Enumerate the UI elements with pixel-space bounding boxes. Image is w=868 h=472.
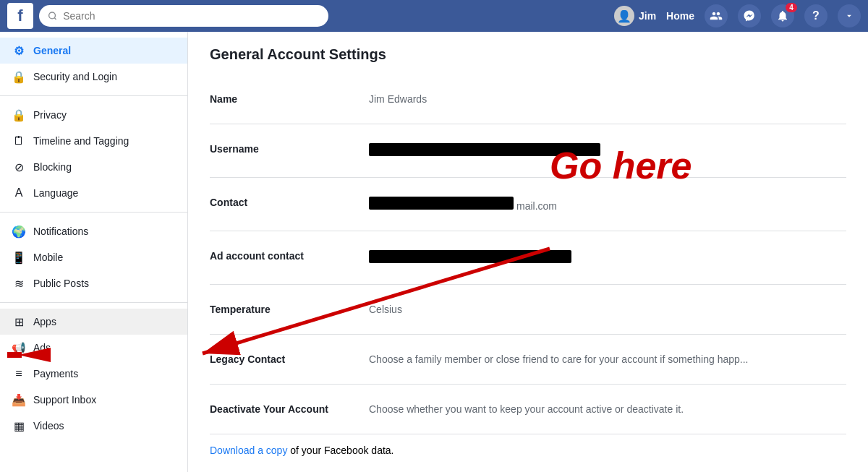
sidebar-item-timeline[interactable]: 🗒Timeline and Tagging [0, 128, 187, 154]
settings-row-label: Deactivate Your Account [210, 395, 369, 424]
settings-row-label: Name [210, 85, 369, 113]
sidebar-divider [0, 212, 187, 213]
sidebar-item-privacy[interactable]: 🔒Privacy [0, 102, 187, 128]
notifications-badge: 4 [786, 3, 797, 12]
settings-sidebar: ⚙General🔒Security and Login🔒Privacy🗒Time… [0, 32, 188, 472]
security-icon: 🔒 [12, 69, 26, 84]
sidebar-label-notifications: Notifications [33, 226, 88, 237]
settings-row: Deactivate Your AccountChoose whether yo… [210, 384, 846, 434]
sidebar-label-publicposts: Public Posts [33, 278, 89, 289]
download-section: Download a copy of your Facebook data. [210, 434, 846, 466]
sidebar-label-apps: Apps [33, 316, 56, 327]
question-icon: ? [812, 9, 820, 22]
ads-icon: 📢 [12, 340, 26, 355]
settings-row: TemperatureCelsius [210, 284, 846, 334]
settings-row-label: Temperature [210, 295, 369, 324]
sidebar-item-publicposts[interactable]: ≋Public Posts [0, 270, 187, 296]
sidebar-item-payments[interactable]: ≡Payments [0, 361, 187, 387]
sidebar-label-privacy: Privacy [33, 109, 67, 121]
search-bar[interactable] [39, 5, 328, 27]
sidebar-item-language[interactable]: ALanguage [0, 180, 187, 206]
settings-row-label: Ad account contact [210, 241, 369, 270]
friends-icon [710, 9, 723, 22]
sidebar-item-notifications[interactable]: 🌍Notifications [0, 218, 187, 244]
settings-row: Username [210, 124, 846, 177]
sidebar-divider [0, 95, 187, 96]
settings-row-label: Contact [210, 188, 369, 217]
settings-row: NameJim Edwards [210, 74, 846, 124]
redacted-bar [369, 250, 571, 263]
sidebar-item-apps[interactable]: ⊞Apps [0, 309, 187, 335]
download-copy-link[interactable]: Download a copy [210, 445, 287, 456]
settings-row-value [369, 134, 846, 167]
top-navigation: f 👤 Jim Home 4 ? [0, 0, 868, 32]
main-settings-panel: General Account Settings NameJim Edwards… [188, 32, 868, 472]
redacted-bar [369, 197, 514, 210]
sidebar-item-mobile[interactable]: 📱Mobile [0, 244, 187, 270]
sidebar-label-language: Language [33, 187, 78, 199]
contact-suffix: mail.com [516, 200, 557, 212]
sidebar-label-general: General [33, 45, 71, 56]
page-title: General Account Settings [210, 46, 846, 63]
nav-user-name: Jim [639, 10, 656, 22]
settings-row-label: Username [210, 134, 369, 163]
download-suffix: of your Facebook data. [287, 445, 393, 456]
general-icon: ⚙ [12, 43, 26, 58]
messenger-icon-btn[interactable] [738, 4, 761, 27]
messenger-icon [743, 9, 756, 22]
page-layout: ⚙General🔒Security and Login🔒Privacy🗒Time… [0, 32, 868, 472]
sidebar-label-mobile: Mobile [33, 252, 63, 263]
nav-right-actions: 👤 Jim Home 4 ? [614, 4, 861, 27]
blocking-icon: ⊘ [12, 160, 26, 174]
sidebar-item-blocking[interactable]: ⊘Blocking [0, 154, 187, 180]
sidebar-label-support: Support Inbox [33, 394, 96, 406]
settings-row-value: Jim Edwards [369, 85, 846, 113]
nav-user-profile[interactable]: 👤 Jim [614, 6, 656, 26]
language-icon: A [12, 186, 26, 200]
sidebar-divider [0, 302, 187, 303]
sidebar-item-security[interactable]: 🔒Security and Login [0, 64, 187, 90]
settings-row-value: Choose whether you want to keep your acc… [369, 395, 846, 424]
svg-line-1 [54, 18, 56, 20]
sidebar-label-payments: Payments [33, 368, 78, 379]
facebook-logo: f [7, 3, 33, 29]
sidebar-label-security: Security and Login [33, 71, 117, 82]
apps-icon: ⊞ [12, 314, 26, 329]
help-icon-btn[interactable]: ? [804, 4, 827, 27]
support-icon: 📥 [12, 392, 26, 407]
settings-row-value: Choose a family member or close friend t… [369, 345, 846, 374]
chevron-down-icon [844, 11, 854, 21]
more-icon-btn[interactable] [838, 4, 861, 27]
payments-icon: ≡ [12, 366, 26, 381]
friends-icon-btn[interactable] [705, 4, 728, 27]
sidebar-label-timeline: Timeline and Tagging [33, 135, 129, 147]
home-link[interactable]: Home [666, 10, 694, 22]
avatar: 👤 [614, 6, 634, 26]
settings-row-value: Celsius [369, 295, 846, 324]
search-input[interactable] [63, 10, 320, 22]
settings-row-label: Legacy Contact [210, 345, 369, 374]
search-icon [48, 11, 57, 21]
settings-row: Ad account contact [210, 231, 846, 284]
notifications-icon-btn[interactable]: 4 [771, 4, 794, 27]
redacted-bar [369, 143, 600, 156]
publicposts-icon: ≋ [12, 276, 26, 291]
settings-row-value: mail.com [369, 188, 846, 220]
videos-icon: ▦ [12, 419, 26, 433]
sidebar-label-videos: Videos [33, 420, 64, 432]
settings-row-value [369, 241, 846, 274]
sidebar-label-ads: Ads [33, 342, 51, 353]
timeline-icon: 🗒 [12, 134, 26, 148]
notifications-icon: 🌍 [12, 224, 26, 239]
sidebar-item-ads[interactable]: 📢Ads [0, 335, 187, 361]
sidebar-label-blocking: Blocking [33, 161, 72, 173]
mobile-icon: 📱 [12, 250, 26, 265]
privacy-icon: 🔒 [12, 108, 26, 122]
sidebar-item-support[interactable]: 📥Support Inbox [0, 387, 187, 413]
settings-row: Legacy ContactChoose a family member or … [210, 334, 846, 384]
sidebar-item-videos[interactable]: ▦Videos [0, 413, 187, 439]
sidebar-item-general[interactable]: ⚙General [0, 38, 187, 64]
svg-point-0 [49, 12, 56, 19]
settings-row: Contactmail.com [210, 177, 846, 231]
settings-rows: NameJim EdwardsUsernameContactmail.comAd… [210, 74, 846, 434]
